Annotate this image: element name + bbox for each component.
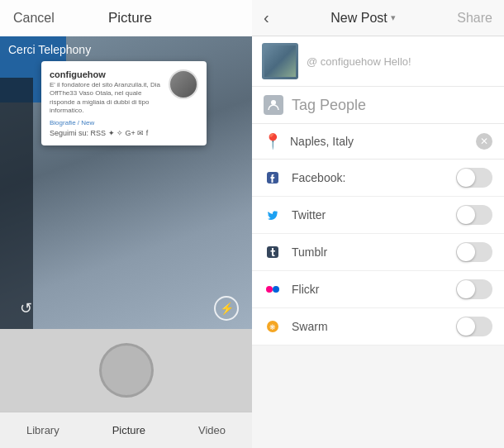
- flickr-label: Flickr: [292, 283, 446, 296]
- camera-background: Cerci Telephony configuehow E' il fondat…: [0, 36, 252, 329]
- card-links: Biografie / New: [50, 119, 162, 126]
- twitter-toggle[interactable]: [456, 205, 492, 225]
- location-input[interactable]: [290, 135, 468, 148]
- post-preview-row: @ configuehow Hello!: [252, 36, 504, 87]
- shutter-area: [0, 329, 252, 412]
- card-avatar: [169, 69, 198, 99]
- camera-header: Cancel Picture: [0, 0, 252, 36]
- flickr-toggle[interactable]: [456, 279, 492, 299]
- svg-point-4: [273, 286, 279, 293]
- header-center: New Post ▾: [330, 11, 395, 26]
- tab-video[interactable]: Video: [198, 424, 226, 436]
- facebook-label: Facebook:: [292, 171, 446, 184]
- share-button[interactable]: Share: [457, 11, 492, 26]
- social-row-flickr: Flickr: [252, 271, 504, 308]
- tab-picture[interactable]: Picture: [112, 424, 145, 436]
- location-pin-icon: 📍: [264, 132, 282, 150]
- flickr-toggle-knob: [457, 280, 475, 298]
- facebook-toggle-knob: [457, 169, 475, 187]
- preview-thumbnail: [262, 43, 298, 79]
- tab-library[interactable]: Library: [26, 424, 59, 436]
- card-social: Seguimi su: RSS ✦ ✧ G+ ✉ f: [50, 129, 162, 137]
- cancel-button[interactable]: Cancel: [13, 11, 55, 26]
- tag-people-row[interactable]: Tag People: [252, 87, 504, 124]
- swarm-label: Swarm: [292, 320, 446, 333]
- thumb-inner: [264, 45, 296, 77]
- facebook-toggle[interactable]: [456, 168, 492, 188]
- tumblr-toggle-knob: [457, 243, 475, 261]
- chevron-down-icon: ▾: [391, 12, 396, 23]
- tag-people-icon: [264, 95, 283, 115]
- swarm-icon: ❋: [264, 317, 282, 336]
- flash-button[interactable]: ⚡: [214, 296, 239, 321]
- shutter-button[interactable]: [99, 343, 154, 398]
- location-row: 📍 ✕: [252, 124, 504, 160]
- swarm-toggle-knob: [457, 317, 475, 336]
- camera-tabs: Library Picture Video: [0, 412, 252, 448]
- svg-point-3: [266, 286, 273, 293]
- back-button[interactable]: ‹: [264, 8, 269, 27]
- card-text: configuehow E' il fondatore del sito Ara…: [50, 69, 162, 137]
- camera-viewfinder: Cerci Telephony configuehow E' il fondat…: [0, 36, 252, 329]
- location-clear-button[interactable]: ✕: [476, 133, 492, 150]
- new-post-title: New Post: [330, 11, 387, 26]
- social-share-list: Facebook: Twitter Tumblr Flickr ❋ Swa: [252, 160, 504, 346]
- social-row-facebook: Facebook:: [252, 160, 504, 197]
- card-name: configuehow: [50, 69, 162, 79]
- tag-people-label: Tag People: [292, 97, 366, 114]
- svg-point-0: [271, 100, 276, 105]
- swarm-toggle[interactable]: [456, 317, 492, 336]
- social-row-swarm: ❋ Swarm: [252, 308, 504, 346]
- post-caption[interactable]: @ configuehow Hello!: [307, 55, 411, 68]
- share-panel: ‹ New Post ▾ Share @ configuehow Hello! …: [252, 0, 504, 448]
- rotate-button[interactable]: ↺: [13, 296, 38, 321]
- twitter-toggle-knob: [457, 206, 475, 224]
- flickr-icon: [264, 280, 282, 298]
- website-card: configuehow E' il fondatore del sito Ara…: [41, 61, 207, 145]
- tumblr-toggle[interactable]: [456, 242, 492, 262]
- camera-controls: ⚡: [214, 296, 239, 321]
- camera-panel: Cancel Picture Cerci Telephony configueh…: [0, 0, 252, 448]
- camera-search-text: Cerci Telephony: [8, 43, 91, 56]
- svg-text:❋: ❋: [269, 323, 276, 331]
- twitter-icon: [264, 206, 282, 224]
- tumblr-label: Tumblr: [292, 245, 446, 259]
- facebook-icon: [264, 169, 282, 187]
- share-header: ‹ New Post ▾ Share: [252, 0, 504, 36]
- social-row-twitter: Twitter: [252, 197, 504, 234]
- dark-silhouette: [0, 78, 33, 329]
- tumblr-icon: [264, 243, 282, 261]
- twitter-label: Twitter: [292, 208, 446, 222]
- social-row-tumblr: Tumblr: [252, 234, 504, 271]
- camera-title: Picture: [108, 10, 152, 26]
- card-desc: E' il fondatore del sito Aranzulla.it, D…: [50, 81, 162, 116]
